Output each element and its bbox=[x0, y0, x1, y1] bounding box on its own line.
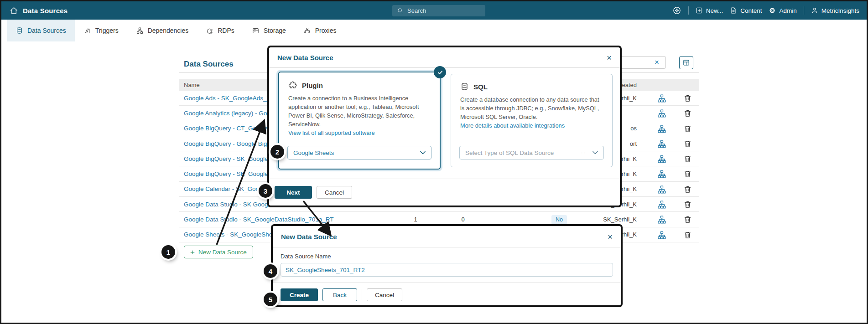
step-badge-1: 1 bbox=[161, 245, 175, 259]
supported-software-link[interactable]: View list of all supported software bbox=[288, 129, 431, 136]
lineage-icon[interactable] bbox=[657, 139, 666, 149]
rdp-icon bbox=[206, 27, 213, 35]
datasource-link[interactable]: Google BigQuery - SK_Google_Bi bbox=[179, 170, 277, 177]
delete-icon[interactable] bbox=[683, 170, 692, 179]
plugin-type-select[interactable]: Google Sheets bbox=[287, 146, 431, 159]
plugin-option-card[interactable]: Plugin Create a connection to a Business… bbox=[278, 72, 441, 170]
delete-icon[interactable] bbox=[683, 124, 692, 134]
step-badge-3: 3 bbox=[259, 184, 272, 198]
sql-option-card[interactable]: SQL Create a database connection to any … bbox=[451, 74, 613, 167]
back-button[interactable]: Back bbox=[322, 288, 357, 301]
gear-icon bbox=[769, 7, 776, 14]
user-icon bbox=[811, 7, 818, 14]
datasource-link[interactable]: Google Sheets - SK_GoogleSheets bbox=[179, 231, 281, 238]
delete-icon[interactable] bbox=[683, 109, 692, 118]
datasource-link[interactable]: Google Data Studio - SK Google bbox=[179, 201, 273, 208]
modal-body: Data Source Name bbox=[273, 253, 621, 277]
database-icon bbox=[460, 82, 469, 91]
clear-filter-icon[interactable]: × bbox=[653, 58, 661, 67]
lineage-icon[interactable] bbox=[657, 170, 666, 179]
datasource-link[interactable]: Google Data Studio - SK_GoogleDataStudio… bbox=[179, 216, 333, 223]
database-icon bbox=[16, 27, 23, 35]
datasource-link[interactable]: Google Calendar - SK_Googl bbox=[179, 185, 264, 192]
home-icon[interactable] bbox=[10, 6, 18, 15]
selected-check-icon bbox=[434, 66, 446, 78]
close-icon[interactable]: × bbox=[607, 53, 612, 62]
toolbar-divider bbox=[673, 58, 673, 67]
lineage-icon[interactable] bbox=[657, 109, 666, 118]
sql-card-description: Create a database connection to any data… bbox=[460, 95, 603, 121]
lineage-icon[interactable] bbox=[657, 200, 666, 209]
status-badge: No bbox=[551, 215, 567, 224]
tab-proxies[interactable]: Proxies bbox=[295, 20, 345, 41]
data-source-name-input[interactable] bbox=[281, 263, 613, 277]
navbar-divider bbox=[688, 6, 689, 15]
header-name[interactable]: Name bbox=[179, 82, 200, 88]
global-search-input[interactable]: Search bbox=[392, 5, 485, 16]
discover-icon[interactable] bbox=[672, 6, 681, 15]
created-by-value: os bbox=[630, 125, 637, 132]
datasource-link[interactable]: Google Analytics (legacy) - Goog bbox=[179, 110, 274, 117]
step-badge-2: 2 bbox=[270, 145, 284, 159]
sql-type-select[interactable]: Select Type of SQL Data Source ·· bbox=[459, 146, 604, 159]
modal-footer: Next Cancel bbox=[269, 179, 620, 206]
lineage-icon[interactable] bbox=[657, 124, 666, 134]
account-menu-button[interactable]: MetricInsights bbox=[811, 7, 859, 14]
plugin-type-value: Google Sheets bbox=[293, 149, 334, 156]
sql-type-placeholder: Select Type of SQL Data Source bbox=[465, 149, 554, 156]
delete-icon[interactable] bbox=[683, 200, 692, 209]
document-icon bbox=[730, 7, 737, 14]
lineage-icon[interactable] bbox=[657, 231, 666, 240]
datasource-link[interactable]: Google BigQuery - Google BigQu bbox=[179, 140, 275, 147]
next-button[interactable]: Next bbox=[275, 186, 312, 199]
navbar-divider bbox=[804, 6, 804, 15]
chevron-down-icon bbox=[420, 151, 426, 154]
delete-icon[interactable] bbox=[683, 94, 692, 103]
dependencies-icon bbox=[136, 27, 144, 35]
content-menu-label: Content bbox=[740, 7, 762, 14]
tab-rdps[interactable]: RDPs bbox=[197, 20, 243, 41]
tab-triggers[interactable]: Triggers bbox=[75, 20, 127, 41]
column-settings-button[interactable] bbox=[679, 56, 693, 69]
delete-icon[interactable] bbox=[683, 154, 692, 164]
delete-icon[interactable] bbox=[683, 215, 692, 224]
datasource-link[interactable]: Google Ads - SK_GoogleAds_701 bbox=[179, 95, 277, 102]
lineage-icon[interactable] bbox=[657, 94, 666, 103]
delete-icon[interactable] bbox=[683, 231, 692, 240]
available-integrations-link[interactable]: More details about available integration… bbox=[460, 122, 603, 129]
cancel-button[interactable]: Cancel bbox=[317, 186, 352, 199]
navbar-actions: New... Content Admin MetricInsights bbox=[672, 1, 859, 20]
datasource-link[interactable]: Google BigQuery - SK_Google Bi bbox=[179, 155, 275, 162]
lineage-icon[interactable] bbox=[657, 154, 666, 164]
step-badge-5: 5 bbox=[264, 293, 277, 306]
delete-icon[interactable] bbox=[683, 185, 692, 194]
new-menu-button[interactable]: New... bbox=[696, 7, 723, 14]
modal-title: New Data Source bbox=[281, 233, 337, 241]
close-icon[interactable]: × bbox=[608, 232, 613, 241]
data-source-name-label: Data Source Name bbox=[281, 253, 613, 260]
delete-icon[interactable] bbox=[683, 139, 692, 149]
lineage-icon[interactable] bbox=[657, 215, 666, 224]
step-badge-4: 4 bbox=[264, 264, 277, 278]
trigger-icon bbox=[83, 27, 91, 35]
create-button[interactable]: Create bbox=[281, 288, 318, 301]
lineage-icon[interactable] bbox=[657, 185, 666, 194]
account-menu-label: MetricInsights bbox=[821, 7, 859, 14]
tab-data-sources[interactable]: Data Sources bbox=[7, 20, 75, 41]
tab-storage[interactable]: Storage bbox=[243, 20, 295, 41]
cancel-button[interactable]: Cancel bbox=[367, 288, 402, 301]
new-data-source-button[interactable]: + New Data Source bbox=[184, 246, 253, 258]
storage-icon bbox=[252, 27, 260, 35]
modal-header: New Data Source × bbox=[269, 47, 620, 68]
modal-title: New Data Source bbox=[277, 54, 333, 62]
datasource-link[interactable]: Google BigQuery - CT_Google Bi bbox=[179, 125, 275, 132]
content-menu-button[interactable]: Content bbox=[730, 7, 762, 14]
tab-dependencies[interactable]: Dependencies bbox=[127, 20, 198, 41]
app-window: Data Sources Search New... Content Admin bbox=[0, 0, 868, 324]
select-dots: ·· bbox=[581, 150, 587, 155]
new-data-source-label: New Data Source bbox=[198, 249, 247, 256]
new-data-source-modal: New Data Source × Plugin Create a connec… bbox=[267, 46, 622, 207]
admin-menu-button[interactable]: Admin bbox=[769, 7, 796, 14]
search-icon bbox=[397, 7, 404, 14]
columns-icon bbox=[682, 59, 690, 67]
